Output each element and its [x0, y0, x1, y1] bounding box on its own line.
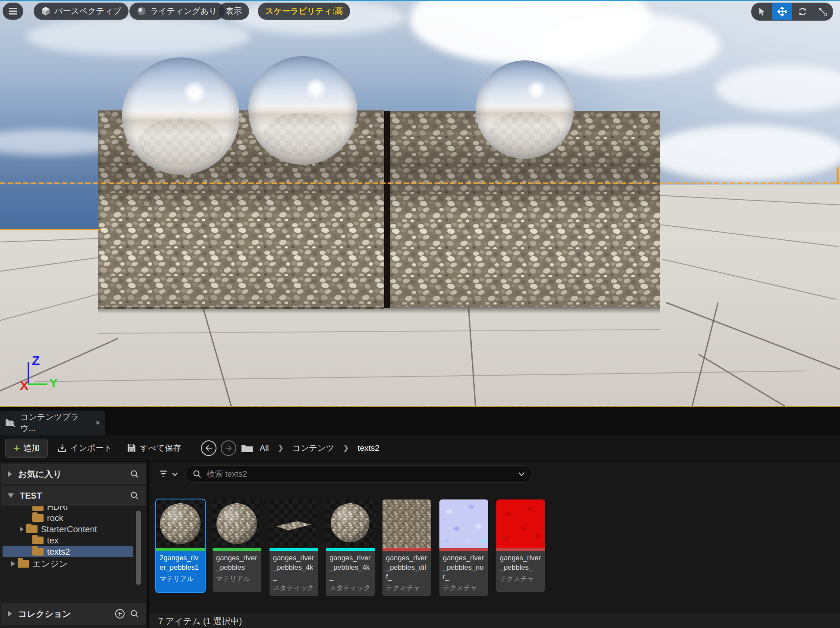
asset-grid: 2ganges_river_pebbles1 マテリアル ganges_rive… [149, 487, 840, 614]
static-mesh-plane-thumbnail [270, 499, 318, 548]
normal-map-thumbnail [439, 499, 488, 548]
import-button[interactable]: インポート [52, 443, 117, 454]
move-tool-button[interactable] [772, 3, 792, 20]
scalability-button[interactable]: スケーラビリティ:高 [258, 3, 350, 20]
folder-label: texts2 [47, 547, 70, 557]
content-browser-toolbar: + 追加 インポート すべて保存 [0, 435, 840, 462]
filter-icon [159, 470, 169, 478]
asset-tile-2ganges-river-pebbles1[interactable]: 2ganges_river_pebbles1 マテリアル [156, 499, 205, 592]
favorites-section-header[interactable]: お気に入り [1, 464, 146, 484]
folder-row-engine[interactable]: エンジン [0, 558, 147, 569]
search-icon[interactable] [130, 491, 139, 500]
cloud [26, 17, 250, 56]
tab-close-button[interactable]: × [95, 418, 100, 427]
test-label: TEST [20, 491, 42, 501]
content-browser-tab[interactable]: コンテンツブラウ... × [0, 411, 105, 435]
scale-tool-button[interactable] [812, 3, 833, 20]
transform-toolbar [751, 3, 833, 21]
folder-row-rock[interactable]: rock [0, 512, 147, 524]
z-axis-label: Z [32, 353, 40, 368]
asset-type: テクスチャ [500, 575, 542, 584]
expand-arrow-icon[interactable] [8, 493, 14, 498]
scalability-label: スケーラビリティ:高 [265, 6, 343, 17]
asset-tile-ganges-river-pebbles-rough[interactable]: ganges_river_pebbles_ テクスチャ [496, 499, 545, 592]
filter-button[interactable] [159, 470, 178, 478]
save-all-button[interactable]: すべて保存 [122, 443, 186, 454]
add-collection-icon[interactable] [115, 609, 125, 619]
lighting-label: ライティングあり [150, 6, 217, 17]
collapse-arrow-icon[interactable] [8, 611, 12, 617]
asset-tile-ganges-river-pebbles-diff[interactable]: ganges_river_pebbles_diff_ テクスチャ [382, 499, 431, 596]
add-label: 追加 [23, 443, 40, 454]
chrome-sphere-1[interactable] [122, 57, 239, 175]
folder-icon [32, 506, 44, 511]
asset-tile-ganges-river-pebbles-4k-sphere[interactable]: ganges_river_pebbles_4k_ スタティックメ... [326, 499, 375, 596]
asset-filter-row [149, 462, 840, 487]
show-dropdown[interactable]: 表示 [218, 3, 249, 20]
search-icon[interactable] [130, 609, 139, 618]
content-browser-tabbar [0, 407, 840, 435]
search-icon[interactable] [130, 470, 139, 478]
asset-type: スタティックメ... [273, 584, 315, 593]
chrome-sphere-2[interactable] [248, 56, 357, 165]
expand-arrow-icon[interactable] [11, 561, 15, 566]
breadcrumb-item-all[interactable]: All [258, 443, 270, 453]
lit-sphere-icon [137, 6, 146, 16]
level-viewport[interactable]: Z Y X パースペクティブ ライティングあり [0, 0, 840, 407]
breadcrumb-item-texts2[interactable]: texts2 [356, 443, 381, 453]
item-count-status: 7 アイテム (1 選択中) [158, 615, 242, 627]
tab-title: コンテンツブラウ... [20, 411, 91, 434]
select-tool-button[interactable] [752, 3, 772, 20]
back-arrow-icon [205, 445, 212, 451]
cloud [647, 125, 840, 181]
asset-tile-ganges-river-pebbles-nor[interactable]: ganges_river_pebbles_nor_ テクスチャ [439, 499, 488, 596]
folder-row-startercontent[interactable]: StarterContent [0, 524, 147, 535]
axis-gizmo: Z Y X [17, 356, 73, 403]
asset-search-box[interactable] [185, 465, 532, 483]
asset-tile-ganges-river-pebbles[interactable]: ganges_river_pebbles マテリアル [213, 499, 261, 592]
chrome-sphere-3[interactable] [476, 60, 574, 159]
x-axis-label: X [20, 378, 28, 393]
forward-arrow-icon [225, 445, 232, 451]
viewport-floor-right [655, 185, 840, 232]
breadcrumb-separator: ❯ [275, 443, 286, 452]
folder-label: HDRI [47, 506, 68, 512]
chevron-down-icon [172, 472, 178, 476]
folder-icon [32, 548, 44, 556]
tree-scrollbar[interactable] [136, 511, 141, 585]
viewport-menu-button[interactable] [3, 3, 23, 20]
asset-search-input[interactable] [206, 469, 514, 479]
add-button[interactable]: + 追加 [5, 439, 48, 458]
folder-label: StarterContent [41, 524, 97, 534]
scale-icon [818, 7, 827, 16]
lighting-mode-dropdown[interactable]: ライティングあり [129, 3, 225, 20]
save-all-label: すべて保存 [140, 443, 181, 454]
back-button[interactable] [201, 440, 216, 456]
folder-row-texts2[interactable]: texts2 [0, 546, 147, 557]
asset-name: ganges_river_pebbles_ [500, 553, 542, 572]
save-icon [127, 443, 136, 453]
rotate-tool-button[interactable] [792, 3, 812, 20]
diffuse-texture-thumbnail [382, 499, 431, 548]
folder-label: rock [47, 513, 63, 523]
red-texture-thumbnail [496, 499, 545, 548]
search-history-chevron-icon[interactable] [518, 472, 525, 476]
folder-row-hdri[interactable]: HDRI [0, 506, 147, 512]
viewport-top-border [0, 0, 840, 1]
asset-name: ganges_river_pebbles_nor_ [443, 553, 485, 581]
collapse-arrow-icon[interactable] [8, 471, 12, 477]
forward-button[interactable] [221, 440, 236, 456]
asset-name: ganges_river_pebbles_diff_ [386, 553, 428, 581]
asset-tile-ganges-river-pebbles-4k-plane[interactable]: ganges_river_pebbles_4k_ スタティックメ... [270, 499, 318, 596]
asset-type: テクスチャ [386, 584, 428, 593]
expand-arrow-icon[interactable] [20, 527, 24, 532]
perspective-dropdown[interactable]: パースペクティブ [34, 3, 129, 20]
breadcrumb-item-content[interactable]: コンテンツ [291, 443, 336, 454]
test-section-header[interactable]: TEST [1, 486, 146, 506]
selection-outline-horizon [0, 229, 101, 230]
collections-section-header[interactable]: コレクション [1, 603, 146, 625]
hamburger-icon [9, 8, 17, 15]
breadcrumb-separator: ❯ [340, 443, 351, 452]
perspective-label: パースペクティブ [54, 6, 121, 17]
folder-row-tex[interactable]: tex [0, 535, 147, 546]
